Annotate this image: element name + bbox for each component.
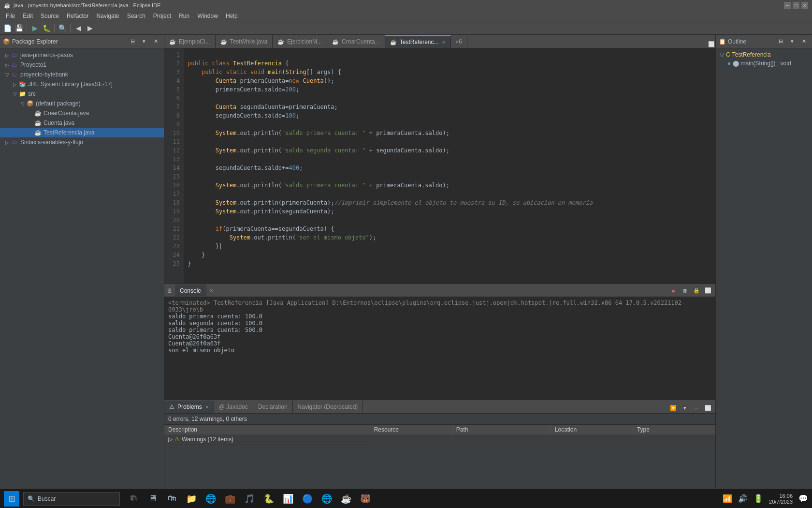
warnings-cell[interactable]: ▷ ⚠ Warnings (12 items) — [164, 434, 370, 445]
notification-icon[interactable]: 💬 — [798, 494, 808, 503]
console-clear-btn[interactable]: 🗑 — [680, 285, 690, 296]
tab-ejemplocl[interactable]: ☕ EjemploCl... — [164, 35, 216, 48]
tree-item-sintaxis[interactable]: ▷ 🗂 Sintaxis-variables-y-flujo — [0, 137, 164, 147]
menu-refactor[interactable]: Refactor — [63, 12, 92, 20]
forward-btn[interactable]: ▶ — [85, 23, 95, 33]
outline-content: ▽ C TestReferencia ● ⬤ main(String[]) : … — [716, 48, 812, 496]
tab-javadoc[interactable]: @ Javadoc — [214, 401, 253, 413]
tree-item-proyecto-bytebank[interactable]: ▽ 🗂 proyecto-bytebank — [0, 70, 164, 79]
editor-maximize-btn[interactable]: ⬜ — [708, 40, 715, 48]
pe-collapse-btn[interactable]: ⊟ — [127, 36, 138, 47]
menu-source[interactable]: Source — [37, 12, 63, 20]
col-type: Type — [633, 425, 715, 434]
console-maximize-btn[interactable]: ⬜ — [703, 285, 713, 296]
maximize-button[interactable]: □ — [793, 2, 799, 9]
taskbar-app5[interactable]: 📊 — [278, 490, 298, 508]
battery-icon[interactable]: 🔋 — [754, 494, 763, 503]
menu-project[interactable]: Project — [149, 12, 175, 20]
tree-label: src — [28, 90, 36, 97]
project-icon: 🗂 — [11, 51, 18, 59]
taskbar-app4[interactable]: 🐍 — [259, 490, 278, 508]
console-terminate-btn[interactable]: ■ — [668, 285, 679, 296]
volume-icon[interactable]: 🔊 — [738, 494, 748, 503]
pe-menu-btn[interactable]: ▾ — [139, 36, 149, 47]
taskbar-folder[interactable]: 📁 — [182, 490, 201, 508]
tree-item-crearcuenta[interactable]: ☕ CrearCuenta.java — [0, 108, 164, 118]
tab-close-btn[interactable]: ✕ — [442, 40, 446, 45]
location-cell — [551, 434, 633, 445]
problems-min-btn[interactable]: ─ — [691, 403, 702, 413]
menu-navigate[interactable]: Navigate — [92, 12, 123, 20]
outline-item-main[interactable]: ● ⬤ main(String[]) : void — [718, 59, 810, 68]
console-terminated-line: <terminated> TestReferencia [Java Applic… — [168, 299, 711, 313]
tab-extra[interactable]: »6 — [451, 35, 467, 48]
menu-search[interactable]: Search — [123, 12, 149, 20]
expand-arrow-icon[interactable]: ▷ — [168, 436, 173, 443]
back-btn[interactable]: ◀ — [73, 23, 84, 33]
problems-menu-btn[interactable]: ▾ — [680, 403, 690, 413]
taskbar-app6[interactable]: 🔵 — [298, 490, 317, 508]
tree-item-jre[interactable]: ▷ 📚 JRE System Library [JavaSE-17] — [0, 79, 164, 89]
tab-navigator[interactable]: Navigator (Deprecated) — [293, 401, 363, 413]
outline-item-testreferencia[interactable]: ▽ C TestReferencia — [718, 50, 810, 59]
taskbar-app3[interactable]: 🎵 — [240, 490, 259, 508]
console-output: <terminated> TestReferencia [Java Applic… — [164, 298, 715, 400]
code-editor[interactable]: public class TestReferencia { public sta… — [184, 48, 715, 284]
menu-run[interactable]: Run — [175, 12, 193, 20]
menu-help[interactable]: Help — [222, 12, 242, 20]
taskbar-chrome[interactable]: 🌐 — [201, 490, 220, 508]
tab-testwhile[interactable]: ☕ TestWhile.java — [216, 35, 273, 48]
tab-declaration[interactable]: Declaration — [253, 401, 293, 413]
tree-item-src[interactable]: ▽ 📁 src — [0, 89, 164, 99]
tab-ejercicionm[interactable]: ☕ EjercicionM... — [273, 35, 327, 48]
search-btn[interactable]: 🔍 — [57, 23, 68, 33]
console-line-6: son el mismo objeto — [168, 347, 711, 354]
tree-item-java-primeros-pasos[interactable]: ▷ 🗂 java-primeros-pasos — [0, 50, 164, 60]
tree-item-default-package[interactable]: ▽ 📦 (default package) — [0, 99, 164, 108]
project-icon: 🗂 — [11, 71, 18, 78]
problems-status-text: 0 errors, 12 warnings, 0 others — [168, 416, 247, 422]
taskbar-explorer[interactable]: 🖥 — [143, 490, 162, 508]
pe-close-btn[interactable]: ✕ — [150, 36, 161, 47]
outline-menu-btn[interactable]: ▾ — [787, 36, 798, 47]
taskbar-app2[interactable]: 💼 — [220, 490, 240, 508]
outline-panel: 📋 Outline ⊟ ▾ ✕ ▽ C TestReferencia ● ⬤ m… — [715, 35, 812, 496]
console-close-btn[interactable]: ✕ — [209, 288, 213, 293]
taskbar-clock[interactable]: 16:06 20/7/2023 — [769, 493, 793, 505]
pe-content: ▷ 🗂 java-primeros-pasos ▷ 🗂 Proyecto1 ▽ … — [0, 48, 164, 496]
tab-label: TestWhile.java — [230, 38, 267, 45]
titlebar-controls[interactable]: ─ □ ✕ — [784, 2, 808, 9]
tab-problems[interactable]: ⚠ Problems ✕ — [164, 401, 214, 413]
tab-crearcuenta[interactable]: ☕ CrearCuenta... — [327, 35, 385, 48]
save-button[interactable]: 💾 — [14, 23, 24, 33]
taskbar-multitask[interactable]: ⧉ — [124, 490, 143, 508]
outline-close-btn[interactable]: ✕ — [798, 36, 809, 47]
outline-collapse-btn[interactable]: ⊟ — [775, 36, 786, 47]
problems-close-tab[interactable]: ✕ — [205, 404, 209, 410]
problems-filter-btn[interactable]: 🔽 — [668, 403, 679, 413]
tree-item-cuenta[interactable]: ☕ Cuenta.java — [0, 118, 164, 128]
taskbar-app7[interactable]: 🌐 — [317, 490, 336, 508]
tab-testreferencia-active[interactable]: ☕ TestReferenc... ✕ — [385, 35, 451, 48]
problems-max-btn[interactable]: ⬜ — [703, 403, 713, 413]
menu-file[interactable]: File — [2, 12, 19, 20]
console-scroll-lock-btn[interactable]: 🔒 — [691, 285, 702, 296]
titlebar-title: java - proyecto-bytebank/src/TestReferen… — [14, 2, 160, 8]
taskbar-store[interactable]: 🛍 — [162, 490, 182, 508]
wifi-icon[interactable]: 📶 — [723, 494, 732, 503]
debug-button[interactable]: 🐛 — [41, 23, 52, 33]
taskbar-eclipse[interactable]: ☕ — [336, 490, 356, 508]
taskbar-search[interactable]: 🔍 Buscar — [23, 492, 120, 506]
minimize-button[interactable]: ─ — [784, 2, 791, 9]
tree-label: proyecto-bytebank — [20, 71, 68, 78]
menu-edit[interactable]: Edit — [19, 12, 37, 20]
taskbar-app9[interactable]: 🐻 — [356, 490, 375, 508]
start-button[interactable]: ⊞ — [4, 491, 19, 507]
tree-item-testreferencia[interactable]: ☕ TestReferencia.java — [0, 128, 164, 137]
menu-window[interactable]: Window — [193, 12, 222, 20]
tree-item-proyecto1[interactable]: ▷ 🗂 Proyecto1 — [0, 60, 164, 70]
close-button[interactable]: ✕ — [801, 2, 808, 9]
new-button[interactable]: 📄 — [2, 23, 13, 33]
run-button[interactable]: ▶ — [29, 23, 40, 33]
tab-console[interactable]: Console — [175, 284, 206, 297]
